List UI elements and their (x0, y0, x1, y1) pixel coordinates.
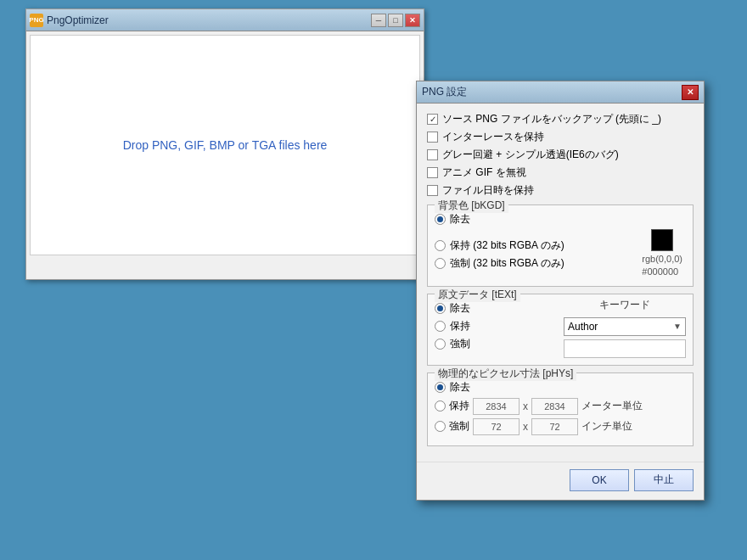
bg-force-radio[interactable] (435, 258, 446, 269)
keyword-value: Author (568, 321, 598, 333)
drop-area[interactable]: Drop PNG, GIF, BMP or TGA files here (30, 35, 420, 255)
ph-keep-unit: メーター単位 (581, 399, 643, 413)
txt-remove-label: 除去 (450, 301, 470, 316)
bg-force-label: 強制 (32 bits RGBA のみ) (450, 256, 564, 271)
checkbox-grayout[interactable]: グレー回避 + シンプル透過(IE6のバグ) (427, 148, 694, 162)
png-settings-dialog: PNG 設定 ✕ ソース PNG ファイルをバックアップ (先頭に _) インタ… (416, 81, 705, 501)
grayout-checkbox[interactable] (427, 149, 438, 160)
backup-checkbox[interactable] (427, 114, 438, 125)
ph-remove-row[interactable]: 除去 (435, 380, 686, 395)
bg-remove-row[interactable]: 除去 (435, 212, 686, 227)
backup-label: ソース PNG ファイルをバックアップ (先頭に _) (442, 112, 661, 126)
checkbox-animgif[interactable]: アニメ GIF を無視 (427, 165, 694, 180)
ph-remove-radio[interactable] (435, 382, 446, 393)
ph-force-x-input[interactable] (473, 418, 520, 435)
text-force-input[interactable] (564, 339, 686, 358)
txt-keep-radio[interactable] (435, 321, 446, 332)
checkbox-interlace[interactable]: インターレースを保持 (427, 130, 694, 144)
minimize-button[interactable]: ─ (371, 14, 386, 27)
app-title: PngOptimizer (47, 14, 109, 26)
close-button[interactable]: ✕ (405, 14, 420, 27)
txt-remove-row[interactable]: 除去 (435, 301, 557, 316)
ph-force-row[interactable]: 強制 x インチ単位 (435, 418, 686, 435)
dialog-titlebar: PNG 設定 ✕ (417, 81, 704, 104)
bg-remove-label: 除去 (450, 212, 470, 227)
bg-remove-radio[interactable] (435, 214, 446, 225)
interlace-checkbox[interactable] (427, 132, 438, 143)
text-section: 原文データ [tEXt] 除去 保持 強制 (427, 294, 694, 366)
checkbox-filedate[interactable]: ファイル日時を保持 (427, 183, 694, 198)
ph-keep-row[interactable]: 保持 x メーター単位 (435, 398, 686, 415)
ph-keep-label: 保持 (449, 399, 469, 413)
bg-section: 背景色 [bKGD] 除去 保持 (32 bits RGBA のみ) 強制 (3… (427, 204, 694, 287)
cancel-button[interactable]: 中止 (634, 469, 694, 491)
txt-force-radio[interactable] (435, 339, 446, 350)
bg-keep-row[interactable]: 保持 (32 bits RGBA のみ) (435, 238, 564, 253)
ph-force-unit: インチ単位 (581, 419, 632, 434)
interlace-label: インターレースを保持 (442, 130, 544, 144)
bg-color-swatch[interactable] (651, 229, 673, 251)
animgif-label: アニメ GIF を無視 (442, 165, 526, 180)
ph-keep-radio[interactable] (435, 400, 446, 412)
app-icon: PNG (30, 14, 43, 27)
main-window: PNG PngOptimizer ─ □ ✕ Drop PNG, GIF, BM… (25, 8, 424, 280)
keyword-label: キーワード (564, 298, 686, 312)
bg-keep-label: 保持 (32 bits RGBA のみ) (450, 238, 564, 253)
main-titlebar: PNG PngOptimizer ─ □ ✕ (26, 9, 424, 31)
ph-force-y-input[interactable] (531, 418, 578, 435)
ph-keep-x-input[interactable] (473, 398, 520, 415)
filedate-label: ファイル日時を保持 (442, 183, 534, 198)
phys-section: 物理的なピクセル寸法 [pHYs] 除去 保持 x メーター単位 強制 x イン… (427, 372, 694, 446)
dialog-close-button[interactable]: ✕ (682, 85, 699, 100)
animgif-checkbox[interactable] (427, 167, 438, 178)
txt-force-label: 強制 (450, 337, 470, 351)
keyword-dropdown[interactable]: Author ▼ (564, 317, 686, 336)
dialog-footer: OK 中止 (417, 462, 704, 500)
bg-color-rgb: rgb(0,0,0) (642, 253, 682, 266)
ph-keep-y-input[interactable] (531, 398, 578, 415)
checkbox-backup[interactable]: ソース PNG ファイルをバックアップ (先頭に _) (427, 112, 694, 126)
ph-force-x-icon: x (523, 421, 528, 433)
txt-remove-radio[interactable] (435, 303, 446, 314)
ph-keep-x-icon: x (523, 400, 528, 412)
ph-force-radio[interactable] (435, 421, 446, 432)
bg-keep-radio[interactable] (435, 240, 446, 251)
phys-section-title: 物理的なピクセル寸法 [pHYs] (435, 367, 576, 381)
txt-keep-row[interactable]: 保持 (435, 319, 557, 333)
txt-force-row[interactable]: 強制 (435, 337, 557, 351)
ph-force-label: 強制 (449, 419, 469, 434)
text-section-title: 原文データ [tEXt] (435, 288, 520, 302)
ok-button[interactable]: OK (570, 469, 629, 491)
drop-text: Drop PNG, GIF, BMP or TGA files here (123, 138, 328, 152)
filedate-checkbox[interactable] (427, 185, 438, 196)
dialog-body: ソース PNG ファイルをバックアップ (先頭に _) インターレースを保持 グ… (417, 104, 704, 462)
bg-color-hex: #000000 (642, 266, 682, 278)
bg-force-row[interactable]: 強制 (32 bits RGBA のみ) (435, 256, 564, 271)
dialog-title: PNG 設定 (422, 85, 467, 99)
grayout-label: グレー回避 + シンプル透過(IE6のバグ) (442, 148, 619, 162)
txt-keep-label: 保持 (450, 319, 470, 333)
dropdown-arrow-icon: ▼ (673, 322, 682, 331)
bg-section-title: 背景色 [bKGD] (435, 199, 508, 213)
ph-remove-label: 除去 (450, 380, 470, 395)
maximize-button[interactable]: □ (388, 14, 403, 27)
